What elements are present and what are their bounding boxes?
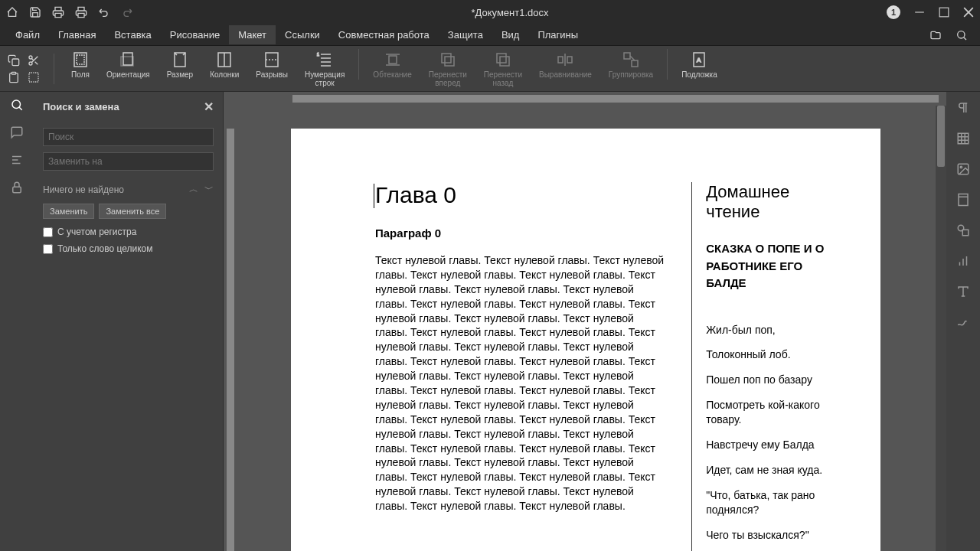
ribbon-обтекание: Обтекание (370, 49, 414, 80)
menu-защита[interactable]: Защита (439, 25, 492, 44)
headings-tab-icon[interactable] (10, 153, 24, 167)
page[interactable]: Глава 0 Параграф 0 Текст нулевой главы. … (291, 129, 880, 551)
comments-tab-icon[interactable] (10, 126, 24, 139)
poem-line[interactable]: Пошел поп по базару (706, 373, 842, 387)
ribbon-label: Обтекание (373, 70, 411, 79)
ribbon-label: Колонки (210, 70, 239, 79)
ribbon-подложка[interactable]: AПодложка (678, 49, 720, 80)
svg-point-8 (29, 62, 32, 65)
copy-icon[interactable] (8, 54, 20, 67)
vertical-scrollbar[interactable] (936, 106, 946, 551)
home-icon[interactable] (6, 6, 18, 18)
undo-icon[interactable] (98, 6, 110, 18)
select-all-icon[interactable] (28, 71, 40, 83)
shape-settings-icon[interactable] (956, 223, 970, 237)
scrollbar-thumb[interactable] (937, 106, 945, 167)
replace-button[interactable]: Заменить (43, 204, 94, 219)
lock-tab-icon[interactable] (10, 181, 24, 194)
header-footer-icon[interactable] (956, 193, 970, 207)
search-prev-icon[interactable]: ︿ (189, 183, 198, 196)
side-heading[interactable]: Домашнее чтение (706, 182, 842, 222)
search-panel-title: Поиск и замена (43, 101, 119, 112)
whole-word-checkbox-input[interactable] (43, 244, 53, 254)
search-replace-panel: Поиск и замена ✕ Ничего не найдено ︿ ﹀ З… (34, 92, 224, 551)
svg-line-10 (35, 61, 38, 64)
side-subtitle[interactable]: СКАЗКА О ПОПЕ И О РАБОТНИКЕ ЕГО БАЛДЕ (706, 240, 842, 292)
case-checkbox-input[interactable] (43, 227, 53, 237)
ribbon-label: Перенести назад (484, 70, 522, 87)
poem-line[interactable]: Жил-был поп, (706, 323, 842, 337)
body-text[interactable]: Текст нулевой главы. Текст нулевой главы… (375, 253, 668, 514)
menu-рисование[interactable]: Рисование (161, 25, 229, 44)
save-icon[interactable] (29, 6, 41, 18)
ribbon-label: Размер (167, 70, 193, 79)
ribbon-нумерация[interactable]: 1Нумерация строк (302, 49, 348, 89)
text-art-icon[interactable] (956, 285, 970, 298)
redo-icon[interactable] (121, 6, 133, 18)
replace-input[interactable] (43, 152, 214, 171)
перенести-icon (494, 51, 512, 69)
cut-icon[interactable] (28, 54, 40, 67)
menu-главная[interactable]: Главная (49, 25, 105, 44)
poem-line[interactable]: Чего ты взыскался?" (706, 528, 842, 543)
poem-line[interactable]: "Что, батька, так рано поднялся? (706, 488, 842, 517)
print-icon[interactable] (52, 6, 64, 18)
open-location-icon[interactable] (929, 29, 942, 41)
document-title: *Документ1.docx (133, 7, 887, 18)
find-input[interactable] (43, 128, 214, 146)
paragraph-heading[interactable]: Параграф 0 (375, 227, 668, 240)
ribbon-label: Перенести вперед (429, 70, 467, 87)
search-next-icon[interactable]: ﹀ (204, 183, 214, 196)
menu-ссылки[interactable]: Ссылки (276, 25, 329, 44)
chapter-heading[interactable]: Глава 0 (375, 182, 668, 208)
horizontal-ruler[interactable] (224, 92, 946, 106)
поля-icon (71, 51, 90, 69)
poem-line[interactable]: Навстречу ему Балда (706, 438, 842, 452)
case-sensitive-checkbox[interactable]: С учетом регистра (43, 227, 214, 237)
poem-line[interactable]: Толоконный лоб. (706, 347, 842, 362)
close-panel-icon[interactable]: ✕ (204, 99, 214, 114)
подложка-icon: A (690, 51, 708, 69)
ribbon-размер[interactable]: Размер (164, 49, 196, 80)
ribbon-label: Поля (71, 70, 90, 79)
svg-rect-34 (497, 54, 506, 63)
close-icon[interactable] (963, 7, 974, 18)
menu-файл[interactable]: Файл (6, 25, 49, 44)
menu-совместная работа[interactable]: Совместная работа (329, 25, 439, 44)
svg-rect-39 (632, 60, 638, 67)
svg-rect-38 (624, 53, 630, 59)
chart-settings-icon[interactable] (956, 254, 970, 268)
minimize-icon[interactable] (914, 7, 925, 18)
whole-word-checkbox[interactable]: Только слово целиком (43, 243, 214, 254)
paragraph-settings-icon[interactable] (956, 101, 970, 115)
maximize-icon[interactable] (939, 7, 949, 18)
quick-print-icon[interactable] (75, 6, 87, 18)
image-settings-icon[interactable] (956, 162, 970, 176)
ribbon-колонки[interactable]: Колонки (207, 49, 242, 80)
размер-icon (171, 51, 189, 69)
table-settings-icon[interactable] (956, 132, 970, 145)
whole-word-label: Только слово целиком (57, 243, 153, 254)
menu-макет[interactable]: Макет (229, 25, 276, 44)
svg-line-5 (964, 37, 966, 39)
poem-line[interactable]: Посмотреть кой-какого товару. (706, 398, 842, 427)
user-badge[interactable]: 1 (887, 5, 900, 19)
ribbon-поля[interactable]: Поля (68, 49, 93, 80)
ribbon-separator (358, 49, 359, 80)
paste-icon[interactable] (8, 71, 20, 83)
ribbon-разрывы[interactable]: Разрывы (253, 49, 291, 80)
vertical-ruler[interactable] (224, 106, 237, 551)
menu-вид[interactable]: Вид (492, 25, 529, 44)
signature-icon[interactable] (956, 315, 970, 329)
search-icon[interactable] (956, 29, 968, 41)
search-tab-icon[interactable] (10, 98, 24, 112)
svg-rect-35 (558, 57, 563, 63)
ribbon-label: Группировка (609, 70, 653, 79)
menu-плагины[interactable]: Плагины (528, 25, 587, 44)
menu-вставка[interactable]: Вставка (105, 25, 160, 44)
page-container[interactable]: Глава 0 Параграф 0 Текст нулевой главы. … (237, 106, 936, 551)
replace-all-button[interactable]: Заменить все (99, 204, 166, 219)
poem-line[interactable]: Идет, сам не зная куда. (706, 463, 842, 478)
ribbon-ориентация[interactable]: Ориентация (103, 49, 153, 80)
нумерация-icon: 1 (315, 51, 334, 69)
